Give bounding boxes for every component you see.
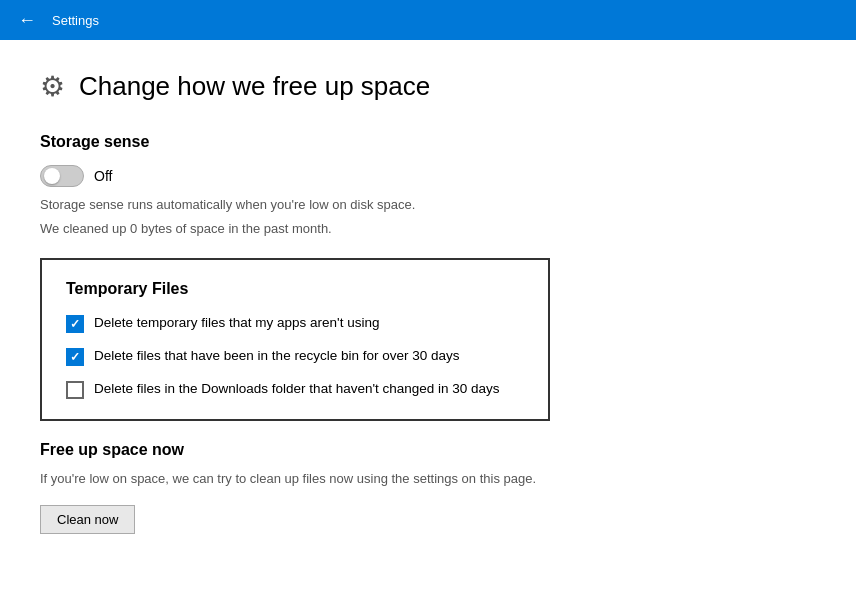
temp-files-title: Temporary Files xyxy=(66,280,524,298)
checkbox-delete-recycle[interactable]: ✓ xyxy=(66,348,84,366)
checkbox-delete-temp[interactable]: ✓ xyxy=(66,315,84,333)
checkbox-row-3[interactable]: Delete files in the Downloads folder tha… xyxy=(66,380,524,399)
temporary-files-box: Temporary Files ✓ Delete temporary files… xyxy=(40,258,550,421)
checkbox-row-1[interactable]: ✓ Delete temporary files that my apps ar… xyxy=(66,314,524,333)
page-header: ⚙ Change how we free up space xyxy=(40,70,816,103)
toggle-knob xyxy=(44,168,60,184)
storage-sense-toggle-row: Off xyxy=(40,165,816,187)
checkbox-check-2: ✓ xyxy=(70,351,80,363)
checkbox-check-1: ✓ xyxy=(70,318,80,330)
title-bar: ← Settings xyxy=(0,0,856,40)
checkbox-label-1: Delete temporary files that my apps aren… xyxy=(94,314,379,333)
clean-now-button[interactable]: Clean now xyxy=(40,505,135,534)
page-title: Change how we free up space xyxy=(79,71,430,102)
storage-sense-desc2: We cleaned up 0 bytes of space in the pa… xyxy=(40,219,816,239)
storage-sense-title: Storage sense xyxy=(40,133,816,151)
free-up-space-section: Free up space now If you're low on space… xyxy=(40,441,816,534)
toggle-label: Off xyxy=(94,168,112,184)
checkbox-row-2[interactable]: ✓ Delete files that have been in the rec… xyxy=(66,347,524,366)
storage-sense-desc1: Storage sense runs automatically when yo… xyxy=(40,195,816,215)
main-content: ⚙ Change how we free up space Storage se… xyxy=(0,40,856,608)
free-space-desc: If you're low on space, we can try to cl… xyxy=(40,469,816,489)
checkbox-label-3: Delete files in the Downloads folder tha… xyxy=(94,380,500,399)
checkbox-delete-downloads[interactable] xyxy=(66,381,84,399)
checkbox-label-2: Delete files that have been in the recyc… xyxy=(94,347,459,366)
storage-sense-toggle[interactable] xyxy=(40,165,84,187)
gear-icon: ⚙ xyxy=(40,70,65,103)
storage-sense-section: Storage sense Off Storage sense runs aut… xyxy=(40,133,816,238)
title-bar-label: Settings xyxy=(52,13,99,28)
back-button[interactable]: ← xyxy=(12,5,42,35)
free-space-title: Free up space now xyxy=(40,441,816,459)
